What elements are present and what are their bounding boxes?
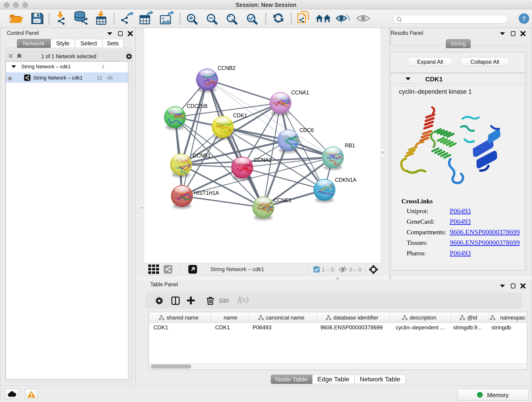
svg-text:?: ? [522, 15, 526, 22]
svg-text:RB1: RB1 [345, 143, 355, 148]
svg-text:CCNE1: CCNE1 [273, 197, 291, 203]
svg-text:CDKN1A: CDKN1A [335, 177, 356, 183]
svg-text:HIST1H1A: HIST1H1A [194, 190, 219, 196]
svg-text:CDK1: CDK1 [233, 113, 247, 119]
svg-text:CCNA1: CCNA1 [291, 89, 309, 96]
svg-text:CCNA2: CCNA2 [254, 157, 272, 163]
svg-text:CDC6: CDC6 [299, 127, 314, 133]
svg-text:CDC25B: CDC25B [187, 103, 208, 109]
svg-text:CCNB1: CCNB1 [193, 153, 210, 159]
svg-text:CCNB2: CCNB2 [218, 65, 235, 71]
